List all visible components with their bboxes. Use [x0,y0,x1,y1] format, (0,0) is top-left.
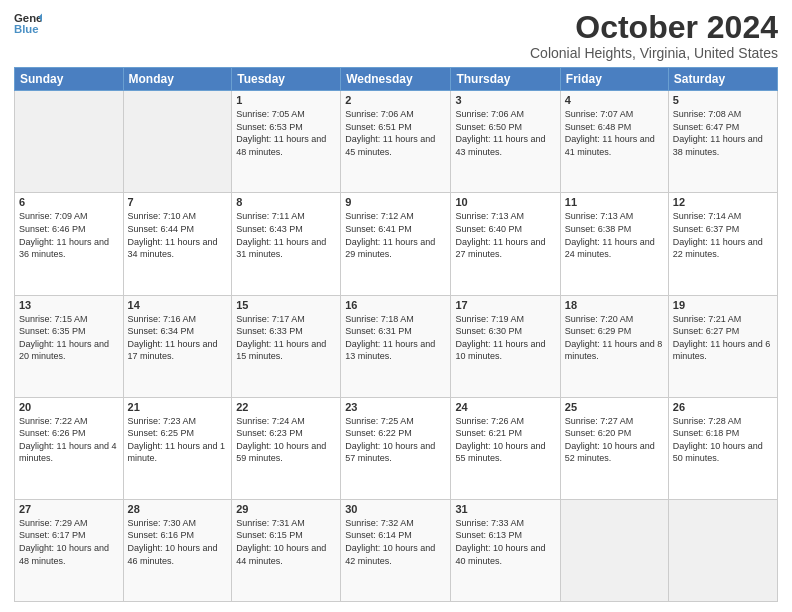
calendar-cell: 31Sunrise: 7:33 AMSunset: 6:13 PMDayligh… [451,499,560,601]
day-number: 28 [128,503,228,515]
day-number: 4 [565,94,664,106]
day-number: 31 [455,503,555,515]
calendar-cell: 7Sunrise: 7:10 AMSunset: 6:44 PMDaylight… [123,193,232,295]
calendar-cell: 10Sunrise: 7:13 AMSunset: 6:40 PMDayligh… [451,193,560,295]
day-number: 23 [345,401,446,413]
day-info: Sunrise: 7:06 AMSunset: 6:50 PMDaylight:… [455,108,555,158]
calendar-cell: 15Sunrise: 7:17 AMSunset: 6:33 PMDayligh… [232,295,341,397]
day-number: 1 [236,94,336,106]
calendar-cell: 24Sunrise: 7:26 AMSunset: 6:21 PMDayligh… [451,397,560,499]
day-number: 14 [128,299,228,311]
calendar-cell: 21Sunrise: 7:23 AMSunset: 6:25 PMDayligh… [123,397,232,499]
calendar-week-2: 6Sunrise: 7:09 AMSunset: 6:46 PMDaylight… [15,193,778,295]
calendar-cell: 5Sunrise: 7:08 AMSunset: 6:47 PMDaylight… [668,91,777,193]
day-number: 11 [565,196,664,208]
day-info: Sunrise: 7:24 AMSunset: 6:23 PMDaylight:… [236,415,336,465]
day-number: 24 [455,401,555,413]
logo: General Blue [14,10,42,38]
day-info: Sunrise: 7:09 AMSunset: 6:46 PMDaylight:… [19,210,119,260]
day-number: 18 [565,299,664,311]
day-info: Sunrise: 7:22 AMSunset: 6:26 PMDaylight:… [19,415,119,465]
col-monday: Monday [123,68,232,91]
calendar-week-5: 27Sunrise: 7:29 AMSunset: 6:17 PMDayligh… [15,499,778,601]
calendar-cell: 2Sunrise: 7:06 AMSunset: 6:51 PMDaylight… [341,91,451,193]
day-info: Sunrise: 7:21 AMSunset: 6:27 PMDaylight:… [673,313,773,363]
calendar-table: Sunday Monday Tuesday Wednesday Thursday… [14,67,778,602]
day-info: Sunrise: 7:13 AMSunset: 6:38 PMDaylight:… [565,210,664,260]
day-info: Sunrise: 7:12 AMSunset: 6:41 PMDaylight:… [345,210,446,260]
day-info: Sunrise: 7:28 AMSunset: 6:18 PMDaylight:… [673,415,773,465]
day-number: 26 [673,401,773,413]
day-info: Sunrise: 7:16 AMSunset: 6:34 PMDaylight:… [128,313,228,363]
calendar-cell: 28Sunrise: 7:30 AMSunset: 6:16 PMDayligh… [123,499,232,601]
col-thursday: Thursday [451,68,560,91]
day-info: Sunrise: 7:06 AMSunset: 6:51 PMDaylight:… [345,108,446,158]
col-tuesday: Tuesday [232,68,341,91]
day-info: Sunrise: 7:07 AMSunset: 6:48 PMDaylight:… [565,108,664,158]
calendar-cell: 29Sunrise: 7:31 AMSunset: 6:15 PMDayligh… [232,499,341,601]
calendar-cell: 8Sunrise: 7:11 AMSunset: 6:43 PMDaylight… [232,193,341,295]
calendar-week-4: 20Sunrise: 7:22 AMSunset: 6:26 PMDayligh… [15,397,778,499]
day-number: 20 [19,401,119,413]
calendar-cell: 25Sunrise: 7:27 AMSunset: 6:20 PMDayligh… [560,397,668,499]
day-info: Sunrise: 7:13 AMSunset: 6:40 PMDaylight:… [455,210,555,260]
calendar-cell: 22Sunrise: 7:24 AMSunset: 6:23 PMDayligh… [232,397,341,499]
main-title: October 2024 [530,10,778,45]
day-number: 2 [345,94,446,106]
day-info: Sunrise: 7:30 AMSunset: 6:16 PMDaylight:… [128,517,228,567]
calendar-cell: 18Sunrise: 7:20 AMSunset: 6:29 PMDayligh… [560,295,668,397]
day-info: Sunrise: 7:20 AMSunset: 6:29 PMDaylight:… [565,313,664,363]
day-info: Sunrise: 7:19 AMSunset: 6:30 PMDaylight:… [455,313,555,363]
day-info: Sunrise: 7:27 AMSunset: 6:20 PMDaylight:… [565,415,664,465]
col-friday: Friday [560,68,668,91]
calendar-cell [668,499,777,601]
day-number: 15 [236,299,336,311]
day-info: Sunrise: 7:08 AMSunset: 6:47 PMDaylight:… [673,108,773,158]
calendar-cell [15,91,124,193]
day-info: Sunrise: 7:33 AMSunset: 6:13 PMDaylight:… [455,517,555,567]
calendar-cell: 17Sunrise: 7:19 AMSunset: 6:30 PMDayligh… [451,295,560,397]
day-number: 6 [19,196,119,208]
day-info: Sunrise: 7:05 AMSunset: 6:53 PMDaylight:… [236,108,336,158]
day-number: 21 [128,401,228,413]
calendar-cell: 19Sunrise: 7:21 AMSunset: 6:27 PMDayligh… [668,295,777,397]
day-number: 13 [19,299,119,311]
day-number: 9 [345,196,446,208]
page: General Blue October 2024 Colonial Heigh… [0,0,792,612]
calendar-cell: 3Sunrise: 7:06 AMSunset: 6:50 PMDaylight… [451,91,560,193]
day-info: Sunrise: 7:14 AMSunset: 6:37 PMDaylight:… [673,210,773,260]
calendar-cell: 1Sunrise: 7:05 AMSunset: 6:53 PMDaylight… [232,91,341,193]
day-number: 19 [673,299,773,311]
day-info: Sunrise: 7:26 AMSunset: 6:21 PMDaylight:… [455,415,555,465]
calendar-cell: 13Sunrise: 7:15 AMSunset: 6:35 PMDayligh… [15,295,124,397]
calendar-week-3: 13Sunrise: 7:15 AMSunset: 6:35 PMDayligh… [15,295,778,397]
day-number: 10 [455,196,555,208]
day-number: 29 [236,503,336,515]
day-number: 16 [345,299,446,311]
day-number: 12 [673,196,773,208]
calendar-cell: 11Sunrise: 7:13 AMSunset: 6:38 PMDayligh… [560,193,668,295]
day-info: Sunrise: 7:18 AMSunset: 6:31 PMDaylight:… [345,313,446,363]
header: General Blue October 2024 Colonial Heigh… [14,10,778,61]
day-number: 22 [236,401,336,413]
calendar-cell: 27Sunrise: 7:29 AMSunset: 6:17 PMDayligh… [15,499,124,601]
day-number: 27 [19,503,119,515]
day-number: 25 [565,401,664,413]
day-info: Sunrise: 7:25 AMSunset: 6:22 PMDaylight:… [345,415,446,465]
day-number: 3 [455,94,555,106]
calendar-cell: 23Sunrise: 7:25 AMSunset: 6:22 PMDayligh… [341,397,451,499]
day-number: 8 [236,196,336,208]
day-info: Sunrise: 7:11 AMSunset: 6:43 PMDaylight:… [236,210,336,260]
calendar-cell [123,91,232,193]
day-number: 30 [345,503,446,515]
day-info: Sunrise: 7:32 AMSunset: 6:14 PMDaylight:… [345,517,446,567]
day-number: 17 [455,299,555,311]
title-block: October 2024 Colonial Heights, Virginia,… [530,10,778,61]
logo-icon: General Blue [14,10,42,38]
calendar-cell: 14Sunrise: 7:16 AMSunset: 6:34 PMDayligh… [123,295,232,397]
calendar-cell: 9Sunrise: 7:12 AMSunset: 6:41 PMDaylight… [341,193,451,295]
day-info: Sunrise: 7:31 AMSunset: 6:15 PMDaylight:… [236,517,336,567]
day-number: 7 [128,196,228,208]
day-info: Sunrise: 7:23 AMSunset: 6:25 PMDaylight:… [128,415,228,465]
calendar-cell: 30Sunrise: 7:32 AMSunset: 6:14 PMDayligh… [341,499,451,601]
